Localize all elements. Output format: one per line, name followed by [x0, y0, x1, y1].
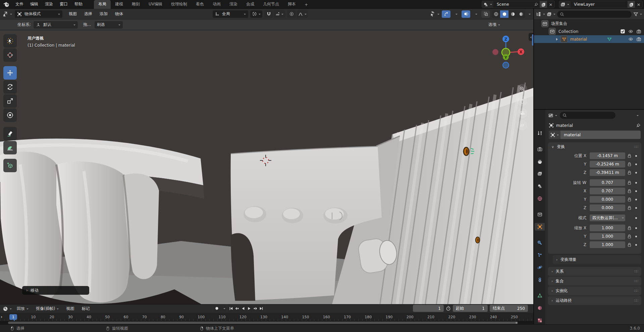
workspace-tab[interactable]: 着色 — [192, 0, 208, 9]
properties-tab-tool[interactable] — [535, 129, 545, 137]
chevron-down-icon[interactable] — [637, 115, 639, 117]
ruler-tick-label[interactable]: 50 — [105, 315, 110, 319]
play-reverse-button[interactable] — [240, 305, 246, 312]
frame-start-field[interactable]: 起始1 — [453, 305, 488, 312]
ruler-tick-label[interactable]: 150 — [302, 315, 309, 319]
ruler-tick-label[interactable]: 100 — [198, 315, 205, 319]
timeline-menu-item[interactable]: 标记 — [78, 306, 93, 312]
timeline-menu-item[interactable]: 回放 — [13, 306, 32, 312]
animate-dot-icon[interactable] — [633, 236, 639, 237]
animate-dot-icon[interactable] — [633, 155, 639, 157]
animate-dot-icon[interactable] — [633, 172, 639, 174]
gizmos-toggle[interactable] — [442, 10, 450, 18]
outliner-filter-mode-icon[interactable] — [547, 12, 555, 17]
panel-drag-handle[interactable]: ∷∷ — [634, 279, 638, 283]
animate-dot-icon[interactable] — [633, 227, 639, 229]
rendered-shading-button[interactable] — [517, 10, 525, 18]
ruler-tick-label[interactable]: 200 — [407, 315, 414, 319]
snap-magnet-icon[interactable] — [264, 10, 273, 18]
workspace-tab[interactable]: 几何节点 — [259, 0, 283, 9]
ruler-tick-label[interactable]: 180 — [365, 315, 372, 319]
lock-icon[interactable] — [625, 181, 633, 185]
pin-icon[interactable] — [532, 1, 540, 8]
material-preview-shading-button[interactable] — [508, 10, 517, 18]
mode-dropdown[interactable]: 物体模式 — [15, 10, 62, 18]
ruler-tick-label[interactable]: 160 — [323, 315, 330, 319]
outliner-editor-icon[interactable] — [536, 12, 545, 17]
ruler-tick-label[interactable]: 30 — [68, 315, 73, 319]
outliner-item-label[interactable]: material — [570, 37, 587, 42]
menubar-item[interactable]: 窗口 — [56, 1, 71, 7]
panel-drag-handle[interactable]: ∷∷ — [634, 298, 638, 303]
outliner-item-label[interactable]: Collection — [558, 29, 578, 34]
ruler-tick-label[interactable]: 90 — [179, 315, 184, 319]
camera-icon[interactable] — [636, 37, 641, 42]
properties-tab-object[interactable] — [535, 223, 545, 231]
add-cube-tool-button[interactable] — [3, 159, 17, 172]
workspace-tab[interactable]: 动画 — [208, 0, 225, 9]
xray-toggle[interactable] — [481, 10, 490, 18]
ruler-tick-label[interactable]: 230 — [469, 315, 476, 319]
transform-value-field[interactable]: 0.707 — [590, 179, 625, 186]
workspace-tab[interactable]: 脚本 — [283, 0, 300, 9]
properties-tab-constraints[interactable] — [535, 276, 545, 284]
lock-icon[interactable] — [625, 162, 633, 167]
select-tool-button[interactable] — [3, 34, 17, 48]
new-viewlayer-icon[interactable] — [628, 1, 635, 8]
ruler-tick-label[interactable]: 80 — [161, 315, 165, 319]
viewport-3d[interactable]: 用户透视 (1) Collection | material Z X Y ‹ ›… — [0, 30, 533, 304]
measure-tool-button[interactable] — [3, 141, 17, 154]
annotate-tool-button[interactable] — [3, 127, 17, 140]
lock-icon[interactable] — [625, 154, 633, 158]
pan-button[interactable] — [517, 96, 527, 106]
panel-drag-handle[interactable]: ∷∷ — [634, 269, 638, 274]
menubar-item[interactable]: 编辑 — [27, 1, 42, 7]
gizmos-dropdown[interactable] — [451, 10, 460, 18]
blender-logo-icon[interactable] — [3, 1, 10, 8]
viewlayer-name[interactable]: ViewLayer — [571, 2, 628, 7]
cursor-tool-button[interactable] — [3, 48, 17, 62]
transform-value-field[interactable]: 0.000 — [590, 196, 625, 203]
visibility-dropdown[interactable] — [429, 10, 440, 18]
move-tool-button[interactable] — [3, 66, 17, 80]
transform-value-field[interactable]: -0.25246 m — [590, 161, 625, 168]
transform-value-field[interactable]: -0.1457 m — [590, 152, 625, 159]
workspace-tab[interactable]: 渲染 — [225, 0, 242, 9]
properties-tab-data[interactable] — [535, 292, 545, 300]
ruler-tick-label[interactable]: 110 — [219, 315, 226, 319]
properties-tab-viewlayer[interactable] — [535, 170, 545, 178]
viewport-menu-item[interactable]: 物体 — [111, 11, 127, 17]
workspace-tab[interactable]: 布局 — [94, 0, 111, 9]
workspace-tab[interactable]: 雕刻 — [127, 0, 144, 9]
transform-value-field[interactable]: 1.000 — [590, 233, 625, 240]
filter-icon[interactable] — [633, 12, 642, 17]
ruler-tick-label[interactable]: 120 — [239, 315, 247, 319]
collapsed-panel[interactable]: ›关系∷∷ — [548, 267, 641, 276]
menubar-item[interactable]: 帮助 — [71, 1, 86, 7]
animate-dot-icon[interactable] — [633, 244, 639, 246]
animate-dot-icon[interactable] — [633, 199, 639, 200]
panel-drag-handle[interactable]: ∷∷ — [634, 145, 638, 149]
ruler-tick-label[interactable]: 220 — [448, 315, 455, 319]
expand-arrow-icon[interactable] — [556, 38, 559, 41]
panel-drag-handle[interactable]: ∷∷ — [634, 289, 638, 293]
select-mode-dropdown[interactable]: 刷选 — [95, 21, 123, 29]
wireframe-shading-button[interactable] — [492, 10, 500, 18]
ruler-tick-label[interactable]: 170 — [344, 315, 351, 319]
falloff-dropdown[interactable] — [297, 10, 308, 18]
ruler-tick-label[interactable]: 240 — [490, 315, 497, 319]
lock-icon[interactable] — [625, 197, 633, 202]
properties-tab-material[interactable] — [535, 304, 545, 312]
scale-tool-button[interactable] — [3, 94, 17, 108]
menubar-item[interactable]: 文件 — [12, 1, 27, 7]
zoom-button[interactable] — [517, 84, 527, 94]
workspace-tab[interactable]: 合成 — [242, 0, 259, 9]
transform-value-field[interactable]: 1.000 — [590, 241, 625, 248]
stopwatch-icon[interactable] — [446, 306, 451, 311]
timeline-menu-item[interactable]: 视图 — [62, 306, 78, 312]
toggle-perspective-button[interactable] — [517, 120, 527, 130]
close-icon[interactable]: × — [547, 1, 554, 8]
current-frame-field[interactable]: 1 — [413, 305, 444, 312]
workspace-tab[interactable]: + — [300, 1, 312, 9]
orientation-dropdown[interactable]: 全局 — [213, 10, 248, 18]
